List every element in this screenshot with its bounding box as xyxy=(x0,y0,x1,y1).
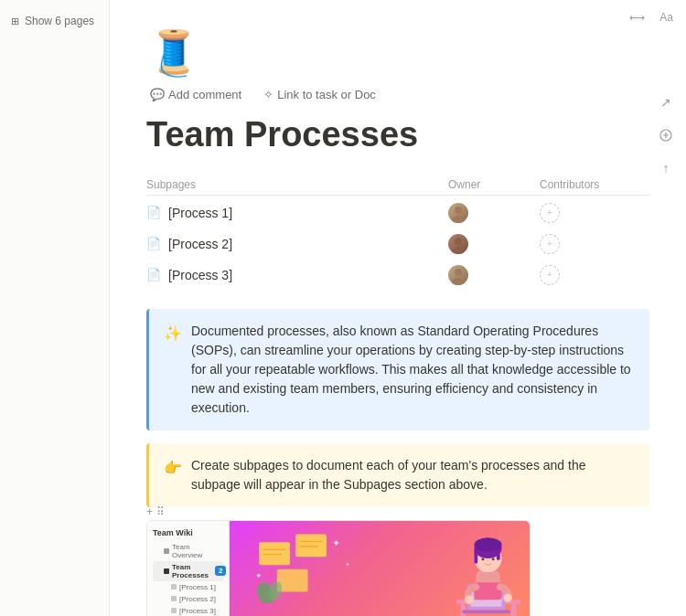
upload-icon[interactable]: ↑ xyxy=(655,157,677,179)
preview-nav-p2: [Process 2] xyxy=(153,593,223,605)
page-preview: Team Wiki Team Overview Team Processes 2… xyxy=(146,520,531,616)
subpage-label-3: [Process 3] xyxy=(168,268,232,282)
doc-icon-2: 📄 xyxy=(146,237,161,250)
toolbar-row: 💬 Add comment ✧ Link to task or Doc xyxy=(146,86,649,103)
svg-text:✦: ✦ xyxy=(255,571,263,580)
share-icon[interactable]: ↗ xyxy=(655,91,677,113)
table-row[interactable]: 📄 [Process 3] + xyxy=(146,260,649,291)
owner-cell-1 xyxy=(448,203,540,223)
subpage-name-2: 📄 [Process 2] xyxy=(146,237,448,251)
owner-cell-2 xyxy=(448,234,540,254)
svg-point-1 xyxy=(455,207,462,214)
hero-shapes-svg: ✦ ✦ ✦ xyxy=(248,530,376,603)
doc-icon-3: 📄 xyxy=(146,268,161,281)
svg-rect-21 xyxy=(511,603,517,616)
nav-dot-p1 xyxy=(171,584,177,589)
text-format-button[interactable]: Aa xyxy=(656,9,677,26)
table-row[interactable]: 📄 [Process 1] + xyxy=(146,197,649,228)
contributors-cell-1: + xyxy=(540,203,649,223)
link-task-icon: ✧ xyxy=(263,88,273,101)
svg-point-3 xyxy=(455,238,462,245)
tip-callout-text: Create subpages to document each of your… xyxy=(191,456,635,494)
contributor-placeholder-2: + xyxy=(540,234,560,254)
svg-text:✦: ✦ xyxy=(345,561,350,568)
contributors-col-header: Contributors xyxy=(540,178,649,191)
preview-nav-p3: [Process 3] xyxy=(153,605,223,616)
right-icons-panel: ↗ ↑ xyxy=(655,91,677,179)
svg-point-36 xyxy=(492,558,495,560)
preview-area: + ⠿ Team Wiki Team Overview Team Process… xyxy=(146,520,649,616)
contributors-cell-2: + xyxy=(540,234,649,254)
doc-icon-1: 📄 xyxy=(146,206,161,219)
svg-point-2 xyxy=(452,216,465,223)
nav-label: Team Overview xyxy=(172,543,220,559)
subpage-name-1: 📄 [Process 1] xyxy=(146,206,448,220)
owner-avatar-3 xyxy=(448,265,468,285)
hero-person-svg xyxy=(452,530,525,616)
preview-layout: Team Wiki Team Overview Team Processes 2… xyxy=(147,521,530,616)
svg-point-5 xyxy=(455,269,462,276)
contributor-placeholder-1: + xyxy=(540,203,560,223)
svg-rect-32 xyxy=(474,547,477,563)
owner-avatar-2 xyxy=(448,234,468,254)
comment-icon: 💬 xyxy=(150,88,165,101)
svg-point-4 xyxy=(452,247,465,254)
add-comment-button[interactable]: 💬 Add comment xyxy=(146,86,245,103)
svg-point-37 xyxy=(465,595,473,603)
link-icon[interactable] xyxy=(655,124,677,146)
nav-dot-p3 xyxy=(171,608,177,613)
add-block-row[interactable]: + ⠿ xyxy=(146,502,165,522)
tip-callout: 👉 Create subpages to document each of yo… xyxy=(146,443,649,507)
add-icon: + xyxy=(146,505,153,518)
nav-p1-label: [Process 1] xyxy=(179,583,216,591)
header-area: 🧵 💬 Add comment ✧ Link to task or Doc Te… xyxy=(146,0,649,156)
owner-col-header: Owner xyxy=(448,178,540,191)
add-comment-label: Add comment xyxy=(168,88,241,101)
preview-nav-processes: Team Processes 2 xyxy=(153,561,223,581)
top-right-controls: ⟷ Aa xyxy=(626,9,677,26)
preview-nav-p1: [Process 1] xyxy=(153,581,223,593)
svg-point-6 xyxy=(452,278,465,285)
svg-rect-33 xyxy=(497,547,500,559)
info-callout-text: Documented processes, also known as Stan… xyxy=(191,322,635,418)
link-task-label: Link to task or Doc xyxy=(277,88,376,101)
link-task-button[interactable]: ✧ Link to task or Doc xyxy=(260,86,380,103)
nav-p3-label: [Process 3] xyxy=(179,607,216,615)
svg-rect-27 xyxy=(462,610,510,613)
contributor-placeholder-3: + xyxy=(540,265,560,285)
hero-image: ✦ ✦ ✦ xyxy=(230,521,530,616)
subpages-table-header: Subpages Owner Contributors xyxy=(146,175,649,196)
preview-nav-overview: Team Overview xyxy=(153,541,223,561)
subpage-label-1: [Process 1] xyxy=(168,206,232,220)
subpage-name-3: 📄 [Process 3] xyxy=(146,268,448,282)
subpages-section: Subpages Owner Contributors 📄 [Process 1… xyxy=(146,175,649,291)
svg-point-34 xyxy=(474,537,501,551)
toggle-sidebar-button[interactable]: ⟷ xyxy=(626,9,648,26)
page-title: Team Processes xyxy=(146,114,649,156)
show-pages-button[interactable]: ⊞ Show 6 pages xyxy=(0,9,109,33)
nav-dot-active xyxy=(164,568,169,574)
pages-icon: ⊞ xyxy=(11,16,19,27)
show-pages-label: Show 6 pages xyxy=(25,15,94,27)
nav-p2-label: [Process 2] xyxy=(179,595,216,603)
nav-label-active: Team Processes xyxy=(172,563,209,579)
sidebar: ⊞ Show 6 pages xyxy=(0,0,110,616)
nav-dot-p2 xyxy=(171,596,177,601)
contributors-cell-3: + xyxy=(540,265,649,285)
svg-text:✦: ✦ xyxy=(332,536,340,547)
tip-callout-emoji: 👉 xyxy=(164,457,182,494)
preview-main-content: ✦ ✦ ✦ xyxy=(230,521,530,616)
svg-rect-8 xyxy=(295,534,327,557)
main-content: ⟷ Aa ↗ ↑ 🧵 💬 Add comment ✧ Link to task … xyxy=(110,0,686,616)
subpages-col-header: Subpages xyxy=(146,178,448,191)
info-callout-emoji: ✨ xyxy=(164,323,182,418)
table-row[interactable]: 📄 [Process 2] + xyxy=(146,228,649,260)
svg-rect-7 xyxy=(259,542,290,565)
drag-icon: ⠿ xyxy=(156,505,165,518)
nav-dot xyxy=(164,548,169,554)
svg-point-38 xyxy=(503,593,511,601)
svg-point-35 xyxy=(481,558,484,560)
owner-avatar-1 xyxy=(448,203,468,223)
preview-sidebar-title: Team Wiki xyxy=(153,528,223,537)
info-callout: ✨ Documented processes, also known as St… xyxy=(146,309,649,430)
